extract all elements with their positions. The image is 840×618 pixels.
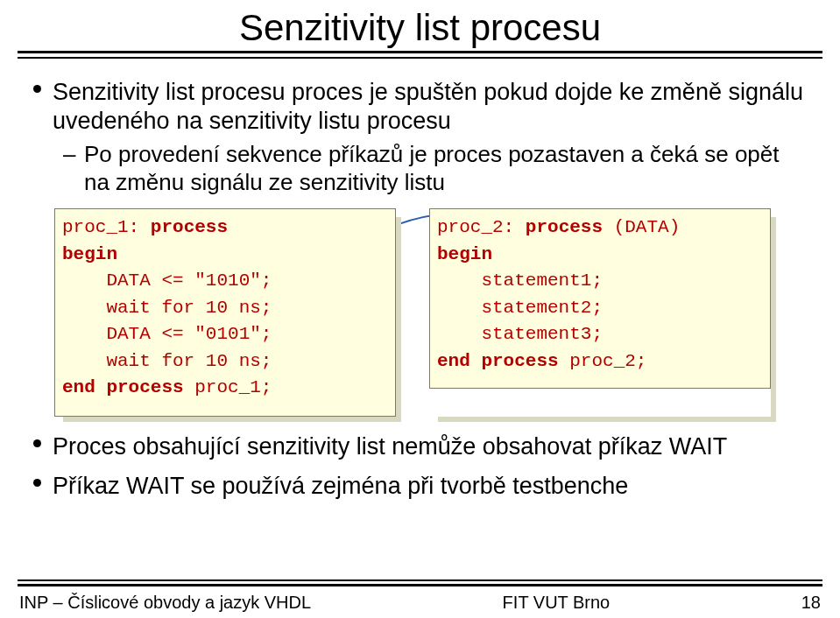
bullet-2: Proces obsahující senzitivity list nemůž… — [33, 432, 807, 461]
code-left-box: proc_1: process begin DATA <= "1010"; wa… — [54, 208, 396, 417]
bullet-1-sub-text: Po provedení sekvence příkazů je proces … — [84, 141, 807, 196]
bullet-2-text: Proces obsahující senzitivity list nemůž… — [53, 432, 727, 461]
bullet-dot-icon — [33, 78, 53, 136]
footer-rule — [18, 579, 822, 586]
slide-title: Senzitivity list procesu — [0, 0, 840, 51]
bullet-3: Příkaz WAIT se používá zejména při tvorb… — [33, 472, 807, 501]
bullet-1-text: Senzitivity list procesu proces je spušt… — [53, 78, 807, 136]
dash-icon: – — [63, 141, 84, 196]
content-area: Senzitivity list procesu proces je spušt… — [0, 59, 840, 501]
code-row: proc_1: process begin DATA <= "1010"; wa… — [33, 208, 807, 417]
footer: INP – Číslicové obvody a jazyk VHDL FIT … — [19, 593, 821, 613]
bullet-dot-icon — [33, 432, 53, 461]
footer-page-number: 18 — [801, 593, 821, 613]
footer-center: FIT VUT Brno — [503, 593, 611, 613]
footer-left: INP – Číslicové obvody a jazyk VHDL — [19, 593, 311, 613]
code-right: proc_2: process (DATA) begin statement1;… — [430, 209, 770, 382]
code-right-box: proc_2: process (DATA) begin statement1;… — [429, 208, 771, 417]
bullet-dot-icon — [33, 472, 53, 501]
bullet-3-text: Příkaz WAIT se používá zejména při tvorb… — [53, 472, 628, 501]
title-rule — [18, 51, 822, 59]
bullet-1-sub: – Po provedení sekvence příkazů je proce… — [63, 141, 807, 196]
code-left: proc_1: process begin DATA <= "1010"; wa… — [55, 209, 395, 408]
bullet-1: Senzitivity list procesu proces je spušt… — [33, 78, 807, 136]
